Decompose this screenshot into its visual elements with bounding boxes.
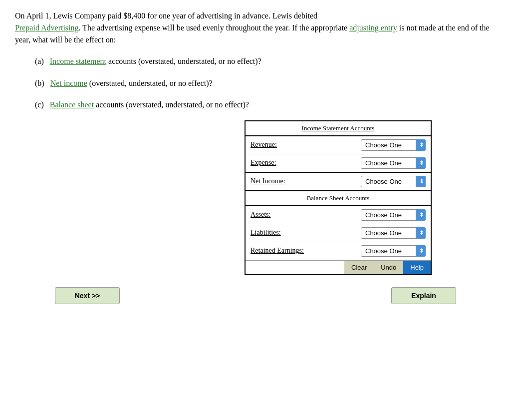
question-c-label: (c): [35, 100, 44, 109]
revenue-select-wrapper[interactable]: Choose One Overstated Understated No Eff…: [361, 139, 426, 151]
retained-earnings-select-wrapper[interactable]: Choose One Overstated Understated No Eff…: [361, 245, 426, 257]
net-income-select[interactable]: Choose One Overstated Understated No Eff…: [361, 176, 426, 187]
revenue-label: Revenue:: [251, 141, 277, 148]
table-row: Assets: Choose One Overstated Understate…: [245, 206, 431, 224]
intro-text-2: . The advertising expense will be used e…: [79, 23, 348, 32]
expense-label: Expense:: [251, 159, 276, 166]
intro-text-1: On April 1, Lewis Company paid $8,400 fo…: [15, 11, 317, 20]
explain-button[interactable]: Explain: [391, 287, 456, 304]
table-row: Liabilities: Choose One Overstated Under…: [245, 224, 431, 242]
table-row: Retained Earnings: Choose One Overstated…: [245, 242, 431, 260]
net-income-select-wrapper[interactable]: Choose One Overstated Understated No Eff…: [361, 176, 426, 187]
bottom-buttons: Next >> Explain: [15, 287, 496, 304]
liabilities-select[interactable]: Choose One Overstated Understated No Eff…: [361, 227, 426, 239]
income-section-header: Income Statement Accounts: [245, 121, 431, 136]
net-income-link[interactable]: Net income: [50, 79, 87, 87]
liabilities-select-wrapper[interactable]: Choose One Overstated Understated No Eff…: [361, 227, 426, 239]
undo-button[interactable]: Undo: [374, 261, 403, 274]
assets-label: Assets:: [251, 211, 270, 218]
balance-section-header: Balance Sheet Accounts: [245, 191, 431, 206]
next-button[interactable]: Next >>: [55, 287, 120, 304]
clear-button[interactable]: Clear: [344, 261, 374, 274]
question-b-label: (b): [35, 79, 44, 87]
question-c: (c) Balance sheet accounts (overstated, …: [35, 98, 496, 111]
question-a-label: (a): [35, 57, 44, 65]
prepaid-advertising-link[interactable]: Prepaid Advertising: [15, 23, 79, 32]
assets-select-wrapper[interactable]: Choose One Overstated Understated No Eff…: [361, 209, 426, 221]
answer-table: Income Statement Accounts Revenue: Choos…: [245, 120, 432, 275]
retained-earnings-select[interactable]: Choose One Overstated Understated No Eff…: [361, 245, 426, 257]
net-income-label: Net Income:: [251, 177, 285, 185]
liabilities-label: Liabilities:: [251, 229, 281, 236]
table-row: Net Income: Choose One Overstated Unders…: [245, 172, 431, 191]
question-b: (b) Net income (overstated, understated,…: [35, 77, 496, 90]
assets-select[interactable]: Choose One Overstated Understated No Eff…: [361, 209, 426, 221]
action-buttons-row: Clear Undo Help: [245, 260, 431, 275]
retained-earnings-label: Retained Earnings:: [251, 247, 304, 254]
answer-table-wrapper: Income Statement Accounts Revenue: Choos…: [245, 120, 432, 275]
adjusting-entry-link[interactable]: adjusting entry: [349, 23, 397, 32]
intro-paragraph: On April 1, Lewis Company paid $8,400 fo…: [15, 10, 496, 46]
income-statement-link[interactable]: Income statement: [50, 57, 106, 65]
question-c-text: accounts (overstated, understated, or no…: [96, 100, 249, 109]
expense-select[interactable]: Choose One Overstated Understated No Eff…: [361, 157, 426, 169]
question-a-text: accounts (overstated, understated, or no…: [108, 57, 261, 65]
question-a: (a) Income statement accounts (overstate…: [35, 55, 496, 68]
table-row: Revenue: Choose One Overstated Understat…: [245, 136, 431, 154]
table-row: Expense: Choose One Overstated Understat…: [245, 154, 431, 172]
revenue-select[interactable]: Choose One Overstated Understated No Eff…: [361, 139, 426, 151]
help-button[interactable]: Help: [403, 261, 431, 274]
expense-select-wrapper[interactable]: Choose One Overstated Understated No Eff…: [361, 157, 426, 169]
balance-sheet-link[interactable]: Balance sheet: [50, 100, 94, 109]
question-b-text: (overstated, understated, or no effect)?: [89, 79, 213, 87]
